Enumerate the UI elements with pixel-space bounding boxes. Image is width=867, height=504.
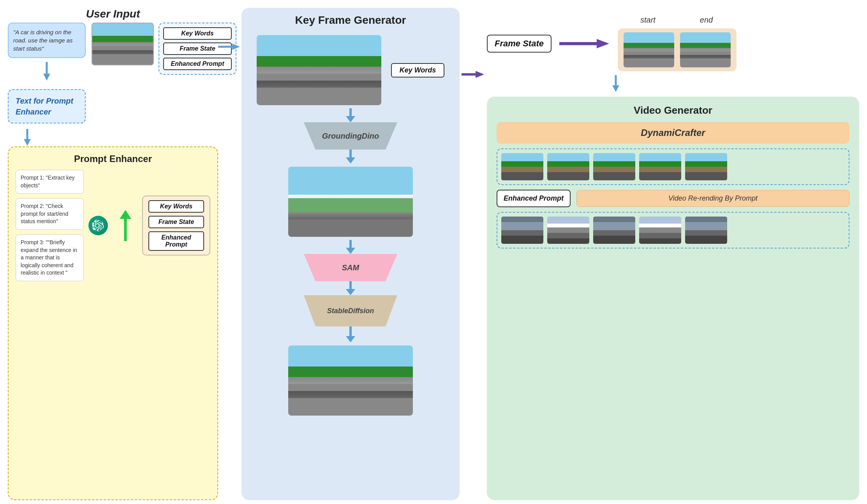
start-label: start [622, 16, 673, 25]
arrow-down-to-vg-icon [611, 75, 620, 93]
prompt-3: Prompt 3: ""Briefly expand the sentence … [16, 234, 84, 281]
svg-marker-5 [120, 210, 131, 219]
stable-diffusion: StableDiffsion [292, 295, 409, 326]
bottom-row: Enhanced Prompt Video Re-rending By Prom… [497, 190, 849, 207]
svg-marker-7 [232, 44, 240, 50]
arrow-right-to-right-icon [462, 70, 485, 79]
end-label: end [681, 16, 731, 25]
green-up-arrow-icon [116, 208, 135, 243]
key-frame-generator: Key Frame Generator Key Words GroundingD… [241, 8, 460, 500]
frame-state-row: Frame State start end [487, 16, 859, 71]
kfg-arrow-4 [346, 281, 355, 295]
pe-framestate-label: Frame State [148, 216, 204, 228]
kfg-top-row: Key Words [248, 32, 453, 108]
video-generator-box: Video Generator DynamiCrafter Enhanced P… [487, 97, 859, 500]
text-for-prompt: Text for Prompt Enhancer [8, 89, 86, 123]
start-highway-scene [624, 32, 674, 67]
highway-scene-bottom [288, 345, 413, 416]
kfg-top-image [257, 35, 381, 105]
highway-scene-image [92, 23, 153, 65]
start-end-labels: start end [618, 16, 737, 25]
frame-thumb-3 [593, 153, 635, 180]
video-frames-top [497, 148, 849, 185]
frame-thumb-1 [501, 153, 543, 180]
frame-thumb-b3 [593, 217, 635, 244]
highway-scene-top [257, 35, 381, 105]
dynamicrafter-box: DynamiCrafter [497, 122, 849, 144]
svg-marker-11 [597, 39, 609, 48]
video-frames-bottom [497, 212, 849, 248]
frame-thumb-b1 [501, 217, 543, 244]
kfg-arrow-2 [346, 150, 355, 164]
arrow-right-to-mid-icon [218, 43, 241, 51]
svg-marker-1 [43, 74, 50, 81]
frame-scene-rain-2 [593, 217, 635, 244]
left-column: User Input "A car is driving on the road… [8, 8, 218, 500]
right-column: Frame State start end [487, 8, 859, 500]
kfg-arrow-1 [346, 108, 355, 122]
prompts-list: Prompt 1: "Extract key objects" Prompt 2… [16, 170, 84, 281]
main-layout: User Input "A car is driving on the road… [0, 0, 867, 504]
arrow-down-icon [42, 62, 51, 81]
mid-right-connector [460, 8, 487, 500]
frame-scene-2 [547, 153, 589, 180]
user-input-area: "A car is driving on the road. use the i… [8, 23, 218, 123]
frame-thumb-4 [639, 153, 681, 180]
frame-thumb-b4 [639, 217, 681, 244]
frame-scene-rain-3 [685, 217, 727, 244]
left-mid-connector [218, 8, 241, 500]
video-gen-title: Video Generator [497, 104, 849, 116]
pe-keywords-label: Key Words [148, 200, 204, 213]
start-end-images [618, 28, 737, 71]
arrow-down-to-pe-icon [23, 129, 32, 146]
video-rerender-box: Video Re-rending By Prompt [576, 190, 849, 207]
frame-scene-cloudy-1 [547, 217, 589, 244]
kfg-title: Key Frame Generator [295, 14, 406, 26]
frame-state-badge: Frame State [487, 35, 552, 53]
purple-arrow-icon [559, 37, 610, 50]
prompt-enhancer-box: Prompt Enhancer Prompt 1: "Extract key o… [8, 146, 218, 500]
prompt-enhancer-title: Prompt Enhancer [16, 153, 210, 164]
frame-scene-5 [685, 153, 727, 180]
user-input-image [92, 23, 154, 65]
frame-thumb-b2 [547, 217, 589, 244]
frame-scene-1 [501, 153, 543, 180]
frame-scene-3 [593, 153, 635, 180]
svg-marker-3 [24, 139, 31, 146]
grounding-dino: GroundingDino [292, 122, 409, 150]
kfg-mountain-image [288, 167, 413, 237]
prompt-2: Prompt 2: "Check prompt for start/end st… [16, 198, 84, 230]
mountain-scene [288, 167, 413, 237]
kfg-keywords-badge: Key Words [391, 63, 445, 78]
pe-output-box: Key Words Frame State Enhanced Prompt [142, 196, 210, 256]
svg-marker-9 [476, 71, 484, 78]
pe-enhanced-prompt-label: Enhanced Prompt [148, 231, 204, 251]
sam-shape: SAM [292, 254, 409, 281]
kfg-arrow-5 [346, 326, 355, 342]
frame-scene-4 [639, 153, 681, 180]
green-up-arrow-container [116, 208, 135, 243]
frame-thumb-b5 [685, 217, 727, 244]
kfg-arrow-3 [346, 240, 355, 254]
start-frame-image [624, 32, 674, 67]
start-end-container: start end [618, 16, 737, 71]
svg-marker-13 [612, 85, 619, 92]
openai-logo-icon [92, 220, 104, 231]
prompt-1: Prompt 1: "Extract key objects" [16, 170, 84, 194]
user-input-title: User Input [8, 8, 218, 20]
frame-scene-cloudy-2 [639, 217, 681, 244]
end-highway-scene [680, 32, 731, 67]
frame-thumb-5 [685, 153, 727, 180]
gpt-icon [88, 216, 108, 235]
frame-thumb-2 [547, 153, 589, 180]
frame-scene-rain-1 [501, 217, 543, 244]
kfg-bottom-image [288, 345, 413, 416]
end-frame-image [680, 32, 731, 67]
enhanced-prompt-small: Enhanced Prompt [497, 190, 571, 207]
user-input-text: "A car is driving on the road. use the i… [8, 23, 86, 58]
